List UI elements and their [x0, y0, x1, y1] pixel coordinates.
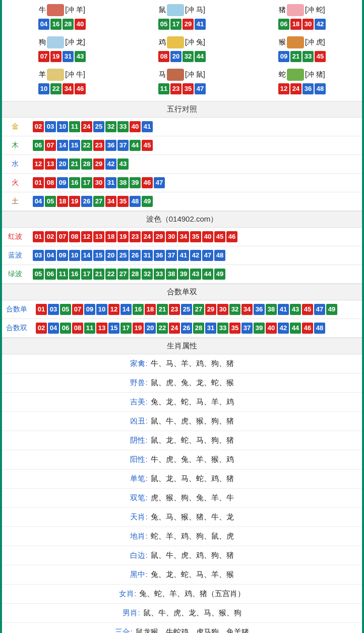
number-ball: 37	[241, 323, 253, 334]
number-ball: 07	[57, 231, 68, 242]
number-ball: 12	[33, 159, 44, 170]
attr-key: 黑中:	[130, 570, 147, 578]
row-balls: 06071415222336374445	[28, 136, 362, 155]
zodiac-clash: [冲 龙]	[65, 38, 85, 47]
number-ball: 39	[254, 323, 265, 334]
number-ball: 07	[72, 304, 83, 315]
number-ball: 27	[117, 269, 129, 280]
number-ball: 12	[278, 83, 289, 94]
number-ball: 42	[105, 159, 116, 170]
number-ball: 39	[130, 177, 141, 188]
number-ball: 09	[57, 250, 68, 261]
number-ball: 48	[314, 323, 325, 334]
number-ball: 16	[50, 19, 62, 30]
number-ball: 30	[93, 177, 104, 188]
number-ball: 26	[81, 196, 92, 207]
attr-row: 家禽:牛、马、羊、鸡、狗、猪	[2, 354, 362, 374]
number-ball: 17	[120, 323, 132, 334]
number-ball: 07	[38, 51, 49, 62]
row-label: 木	[2, 136, 28, 155]
table-row: 木 06071415222336374445	[2, 136, 362, 155]
row-balls: 05061116172122272832333839434449	[28, 265, 362, 284]
zodiac-icon	[47, 36, 64, 48]
attr-value: 鼠、牛、虎、龙、马、猴、狗	[143, 608, 241, 617]
table-row: 火 0108091617303138394647	[2, 174, 362, 192]
number-ball: 36	[105, 140, 116, 151]
zodiac-clash: [冲 蛇]	[305, 6, 325, 15]
row-balls: 02031011242532334041	[28, 118, 362, 136]
number-ball: 20	[57, 159, 68, 170]
number-ball: 21	[290, 51, 301, 62]
attr-value: 牛、马、羊、鸡、狗、猪	[151, 359, 234, 367]
number-ball: 37	[166, 250, 177, 261]
number-ball: 08	[45, 177, 56, 188]
row-label: 火	[2, 174, 28, 192]
sums-table: 合数单 010305070910121416182123252729303234…	[2, 300, 362, 338]
table-row: 金 02031011242532334041	[2, 118, 362, 136]
number-ball: 49	[214, 269, 225, 280]
zodiac-cell: 牛 [冲 羊] 04162840	[2, 2, 122, 34]
sum-header: 合数单双	[2, 284, 362, 300]
attr-value: 兔、马、猴、猪、牛、龙	[151, 512, 234, 521]
number-ball: 10	[38, 83, 49, 94]
number-ball: 43	[190, 269, 201, 280]
number-ball: 46	[226, 231, 237, 242]
number-ball: 09	[84, 304, 95, 315]
zodiac-clash: [冲 鼠]	[185, 70, 205, 79]
zodiac-balls: 08203244	[122, 50, 242, 63]
number-ball: 41	[195, 19, 206, 30]
number-ball: 14	[81, 250, 92, 261]
attr-key: 家禽:	[130, 359, 147, 367]
number-ball: 05	[158, 19, 169, 30]
number-ball: 35	[117, 196, 129, 207]
number-ball: 48	[315, 83, 326, 94]
attr-row: 黑中:兔、龙、蛇、马、羊、猴	[2, 565, 362, 585]
number-ball: 49	[142, 196, 153, 207]
number-ball: 03	[33, 250, 44, 261]
number-ball: 23	[93, 140, 104, 151]
number-ball: 33	[302, 51, 314, 62]
number-ball: 21	[69, 159, 80, 170]
attr-list: 家禽:牛、马、羊、鸡、狗、猪野兽:鼠、虎、兔、龙、蛇、猴吉美:兔、龙、蛇、马、羊…	[2, 354, 362, 633]
number-ball: 03	[48, 304, 59, 315]
zodiac-cell: 猪 [冲 蛇] 06183042	[242, 2, 362, 34]
table-row: 绿波 05061116172122272832333839434449	[2, 265, 362, 284]
table-row: 红波 0102070812131819232429303435404546	[2, 228, 362, 246]
number-ball: 45	[142, 140, 153, 151]
number-ball: 05	[45, 196, 56, 207]
table-row: 蓝波 03040910141520252631363741424748	[2, 246, 362, 265]
number-ball: 11	[57, 269, 68, 280]
number-ball: 32	[105, 121, 116, 132]
zodiac-cell: 羊 [冲 牛] 10223446	[2, 67, 122, 99]
number-ball: 26	[130, 250, 141, 261]
zodiac-grid: 牛 [冲 羊] 04162840 鼠 [冲 马] 05172941 猪 [冲 蛇…	[2, 0, 362, 101]
number-ball: 20	[170, 51, 181, 62]
row-label: 金	[2, 118, 28, 136]
row-label: 土	[2, 192, 28, 211]
number-ball: 24	[290, 83, 301, 94]
number-ball: 40	[75, 19, 86, 30]
zodiac-cell: 蛇 [冲 猪] 12243648	[242, 67, 362, 99]
number-ball: 45	[214, 231, 225, 242]
row-balls: 0102070812131819232429303435404546	[28, 228, 362, 246]
number-ball: 11	[69, 121, 80, 132]
zodiac-balls: 11233547	[122, 83, 242, 95]
table-row: 水 1213202128294243	[2, 155, 362, 174]
number-ball: 04	[33, 196, 44, 207]
number-ball: 07	[45, 140, 56, 151]
number-ball: 26	[181, 323, 192, 334]
number-ball: 38	[117, 177, 129, 188]
zodiac-clash: [冲 马]	[185, 6, 205, 15]
number-ball: 42	[190, 250, 201, 261]
zodiac-name: 鸡	[159, 38, 166, 47]
zodiac-balls: 09213345	[242, 50, 362, 63]
attr-key: 女肖:	[119, 589, 136, 598]
attr-key: 吉美:	[130, 397, 147, 406]
number-ball: 38	[266, 304, 277, 315]
number-ball: 46	[142, 177, 153, 188]
number-ball: 04	[45, 250, 56, 261]
number-ball: 44	[290, 323, 301, 334]
zodiac-balls: 10223446	[2, 83, 122, 95]
waves-table: 红波 0102070812131819232429303435404546 蓝波…	[2, 228, 362, 284]
number-ball: 15	[69, 140, 80, 151]
